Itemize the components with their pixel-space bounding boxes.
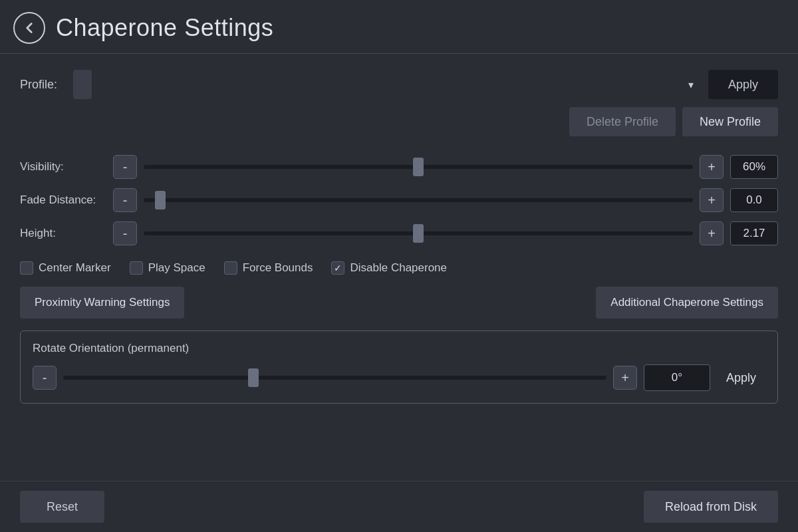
profile-select[interactable] xyxy=(73,70,92,99)
height-minus-button[interactable]: - xyxy=(113,221,137,245)
delete-profile-button[interactable]: Delete Profile xyxy=(569,107,676,136)
fade-distance-row: Fade Distance: - + 0.0 xyxy=(20,188,778,212)
reset-button[interactable]: Reset xyxy=(20,491,104,523)
rotate-apply-button[interactable]: Apply xyxy=(717,364,765,391)
reload-from-disk-button[interactable]: Reload from Disk xyxy=(644,491,778,523)
rotate-track xyxy=(63,376,606,380)
height-thumb[interactable] xyxy=(413,224,424,243)
play-space-box xyxy=(130,261,143,275)
back-button[interactable] xyxy=(13,12,45,44)
fade-distance-track-wrapper[interactable] xyxy=(144,188,693,212)
profile-select-wrapper xyxy=(73,70,702,99)
checkboxes-row: Center Marker Play Space Force Bounds ✓ … xyxy=(20,261,778,275)
force-bounds-label: Force Bounds xyxy=(243,261,313,275)
additional-chaperone-button[interactable]: Additional Chaperone Settings xyxy=(596,287,778,319)
header: Chaperone Settings xyxy=(0,0,798,54)
force-bounds-checkbox[interactable]: Force Bounds xyxy=(224,261,313,275)
fade-distance-track xyxy=(144,198,693,202)
rotate-plus-button[interactable]: + xyxy=(613,366,637,390)
rotate-controls: - + 0° Apply xyxy=(33,364,765,391)
height-label: Height: xyxy=(20,227,106,240)
slider-section: Visibility: - + 60% Fade Distance: - + 0… xyxy=(20,155,778,245)
play-space-label: Play Space xyxy=(148,261,205,275)
visibility-label: Visibility: xyxy=(20,160,106,174)
bottom-bar: Reset Reload from Disk xyxy=(0,481,798,532)
settings-buttons-row: Proximity Warning Settings Additional Ch… xyxy=(20,287,778,319)
height-track-wrapper[interactable] xyxy=(144,221,693,245)
disable-chaperone-checkbox[interactable]: ✓ Disable Chaperone xyxy=(331,261,447,275)
fade-distance-label: Fade Distance: xyxy=(20,194,106,207)
play-space-checkbox[interactable]: Play Space xyxy=(130,261,205,275)
height-row: Height: - + 2.17 xyxy=(20,221,778,245)
center-marker-checkbox[interactable]: Center Marker xyxy=(20,261,111,275)
force-bounds-box xyxy=(224,261,237,275)
proximity-warning-button[interactable]: Proximity Warning Settings xyxy=(20,287,184,319)
fade-distance-minus-button[interactable]: - xyxy=(113,188,137,212)
height-value: 2.17 xyxy=(730,221,778,245)
profile-actions-row: Delete Profile New Profile xyxy=(20,107,778,136)
checkmark-icon: ✓ xyxy=(334,263,342,273)
page-title: Chaperone Settings xyxy=(56,14,273,42)
height-track xyxy=(144,231,693,235)
disable-chaperone-label: Disable Chaperone xyxy=(350,261,447,275)
profile-label: Profile: xyxy=(20,78,66,92)
visibility-value: 60% xyxy=(730,155,778,179)
rotate-track-wrapper[interactable] xyxy=(63,366,606,390)
visibility-track xyxy=(144,165,693,169)
fade-distance-value: 0.0 xyxy=(730,188,778,212)
visibility-row: Visibility: - + 60% xyxy=(20,155,778,179)
fade-distance-thumb[interactable] xyxy=(155,191,166,209)
profile-row: Profile: Apply xyxy=(20,70,778,99)
disable-chaperone-box: ✓ xyxy=(331,261,344,275)
center-marker-box xyxy=(20,261,33,275)
rotate-minus-button[interactable]: - xyxy=(33,366,57,390)
rotate-value: 0° xyxy=(644,364,710,391)
apply-profile-button[interactable]: Apply xyxy=(708,70,778,99)
rotate-title: Rotate Orientation (permanent) xyxy=(33,342,765,355)
visibility-track-wrapper[interactable] xyxy=(144,155,693,179)
fade-distance-plus-button[interactable]: + xyxy=(700,188,724,212)
rotate-thumb[interactable] xyxy=(248,368,259,387)
visibility-thumb[interactable] xyxy=(413,158,424,176)
height-plus-button[interactable]: + xyxy=(700,221,724,245)
center-marker-label: Center Marker xyxy=(39,261,111,275)
new-profile-button[interactable]: New Profile xyxy=(682,107,778,136)
visibility-plus-button[interactable]: + xyxy=(700,155,724,179)
content-area: Profile: Apply Delete Profile New Profil… xyxy=(0,54,798,481)
visibility-minus-button[interactable]: - xyxy=(113,155,137,179)
rotate-orientation-box: Rotate Orientation (permanent) - + 0° Ap… xyxy=(20,331,778,404)
